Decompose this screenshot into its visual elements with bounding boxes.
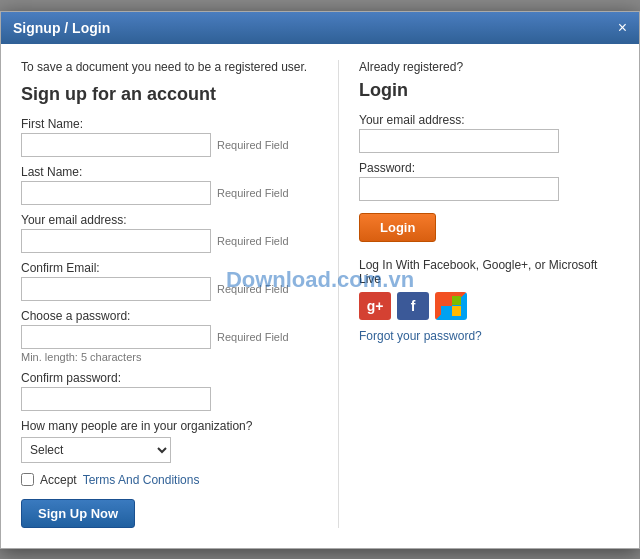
signup-login-dialog: Signup / Login × To save a document you … [0, 11, 640, 549]
email-label: Your email address: [21, 213, 318, 227]
login-password-group: Password: [359, 161, 619, 201]
terms-row: Accept Terms And Conditions [21, 473, 318, 487]
microsoft-live-icon[interactable] [435, 292, 467, 320]
password-input[interactable] [21, 325, 211, 349]
close-button[interactable]: × [618, 20, 627, 36]
signup-panel: To save a document you need to be a regi… [21, 60, 339, 528]
email-group: Your email address: Required Field [21, 213, 318, 253]
password-required: Required Field [217, 331, 289, 343]
accept-terms-checkbox[interactable] [21, 473, 34, 486]
login-password-input[interactable] [359, 177, 559, 201]
social-icons-row: g+ f [359, 292, 619, 320]
last-name-group: Last Name: Required Field [21, 165, 318, 205]
last-name-input[interactable] [21, 181, 211, 205]
facebook-icon[interactable]: f [397, 292, 429, 320]
first-name-row: Required Field [21, 133, 318, 157]
dialog-body: To save a document you need to be a regi… [1, 44, 639, 548]
accept-label: Accept [40, 473, 77, 487]
org-select[interactable]: Select 1 2-5 6-10 11-25 26-50 51-100 100… [21, 437, 171, 463]
google-plus-icon[interactable]: g+ [359, 292, 391, 320]
login-email-group: Your email address: [359, 113, 619, 153]
confirm-email-group: Confirm Email: Required Field [21, 261, 318, 301]
min-length-hint: Min. length: 5 characters [21, 351, 318, 363]
email-row: Required Field [21, 229, 318, 253]
login-email-label: Your email address: [359, 113, 619, 127]
password-group: Choose a password: Required Field Min. l… [21, 309, 318, 363]
confirm-password-group: Confirm password: [21, 371, 318, 411]
signup-intro: To save a document you need to be a regi… [21, 60, 318, 74]
confirm-email-row: Required Field [21, 277, 318, 301]
org-label: How many people are in your organization… [21, 419, 318, 433]
password-label: Choose a password: [21, 309, 318, 323]
already-registered-text: Already registered? [359, 60, 619, 74]
confirm-password-input[interactable] [21, 387, 211, 411]
login-email-input[interactable] [359, 129, 559, 153]
terms-link[interactable]: Terms And Conditions [83, 473, 200, 487]
login-title: Login [359, 80, 619, 101]
login-button[interactable]: Login [359, 213, 436, 242]
signup-button[interactable]: Sign Up Now [21, 499, 135, 528]
first-name-required: Required Field [217, 139, 289, 151]
social-label: Log In With Facebook, Google+, or Micros… [359, 258, 619, 286]
confirm-password-label: Confirm password: [21, 371, 318, 385]
first-name-label: First Name: [21, 117, 318, 131]
password-row: Required Field [21, 325, 318, 349]
email-input[interactable] [21, 229, 211, 253]
forgot-password-link[interactable]: Forgot your password? [359, 329, 482, 343]
first-name-group: First Name: Required Field [21, 117, 318, 157]
confirm-email-label: Confirm Email: [21, 261, 318, 275]
signup-title: Sign up for an account [21, 84, 318, 105]
org-group: How many people are in your organization… [21, 419, 318, 463]
email-required: Required Field [217, 235, 289, 247]
last-name-label: Last Name: [21, 165, 318, 179]
first-name-input[interactable] [21, 133, 211, 157]
last-name-required: Required Field [217, 187, 289, 199]
confirm-password-row [21, 387, 318, 411]
last-name-row: Required Field [21, 181, 318, 205]
dialog-title: Signup / Login [13, 20, 110, 36]
confirm-email-input[interactable] [21, 277, 211, 301]
dialog-titlebar: Signup / Login × [1, 12, 639, 44]
login-password-label: Password: [359, 161, 619, 175]
login-panel: Already registered? Login Your email add… [359, 60, 619, 528]
confirm-email-required: Required Field [217, 283, 289, 295]
